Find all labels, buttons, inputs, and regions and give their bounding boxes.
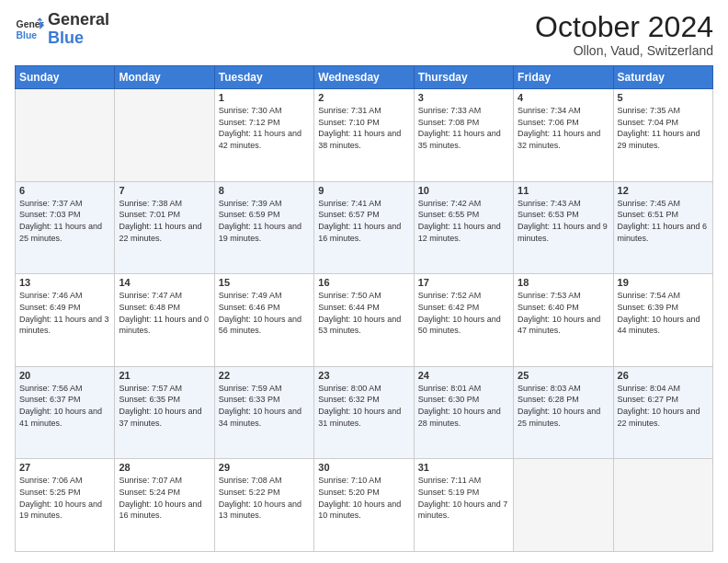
calendar-cell: 11Sunrise: 7:43 AMSunset: 6:53 PMDayligh… xyxy=(514,181,613,274)
calendar-cell: 16Sunrise: 7:50 AMSunset: 6:44 PMDayligh… xyxy=(314,274,414,367)
day-info: Sunrise: 7:11 AMSunset: 5:19 PMDaylight:… xyxy=(418,475,509,521)
calendar-cell: 24Sunrise: 8:01 AMSunset: 6:30 PMDayligh… xyxy=(414,366,513,459)
day-number: 16 xyxy=(318,277,409,288)
day-info: Sunrise: 8:01 AMSunset: 6:30 PMDaylight:… xyxy=(418,383,509,429)
day-number: 1 xyxy=(219,92,310,103)
day-header-wednesday: Wednesday xyxy=(314,66,414,89)
calendar-cell: 3Sunrise: 7:33 AMSunset: 7:08 PMDaylight… xyxy=(414,89,513,182)
day-info: Sunrise: 7:30 AMSunset: 7:12 PMDaylight:… xyxy=(219,105,310,151)
day-info: Sunrise: 7:45 AMSunset: 6:51 PMDaylight:… xyxy=(618,198,709,244)
calendar-cell: 5Sunrise: 7:35 AMSunset: 7:04 PMDaylight… xyxy=(613,89,712,182)
day-info: Sunrise: 7:54 AMSunset: 6:39 PMDaylight:… xyxy=(618,290,709,336)
calendar-cell: 10Sunrise: 7:42 AMSunset: 6:55 PMDayligh… xyxy=(414,181,513,274)
day-header-monday: Monday xyxy=(115,66,214,89)
calendar-cell xyxy=(514,459,613,552)
logo-icon: General Blue xyxy=(15,15,44,44)
day-number: 12 xyxy=(618,185,709,196)
day-number: 20 xyxy=(19,370,110,381)
logo-text: General Blue xyxy=(48,11,109,48)
day-number: 25 xyxy=(518,370,609,381)
day-number: 28 xyxy=(119,462,210,473)
day-info: Sunrise: 7:33 AMSunset: 7:08 PMDaylight:… xyxy=(418,105,509,151)
calendar-cell: 23Sunrise: 8:00 AMSunset: 6:32 PMDayligh… xyxy=(314,366,414,459)
day-info: Sunrise: 7:50 AMSunset: 6:44 PMDaylight:… xyxy=(318,290,409,336)
calendar-cell: 2Sunrise: 7:31 AMSunset: 7:10 PMDaylight… xyxy=(314,89,414,182)
calendar-cell: 19Sunrise: 7:54 AMSunset: 6:39 PMDayligh… xyxy=(613,274,712,367)
day-info: Sunrise: 7:35 AMSunset: 7:04 PMDaylight:… xyxy=(618,105,709,151)
calendar-cell: 25Sunrise: 8:03 AMSunset: 6:28 PMDayligh… xyxy=(514,366,613,459)
day-header-friday: Friday xyxy=(514,66,613,89)
day-info: Sunrise: 8:04 AMSunset: 6:27 PMDaylight:… xyxy=(618,383,709,429)
calendar-cell: 9Sunrise: 7:41 AMSunset: 6:57 PMDaylight… xyxy=(314,181,414,274)
day-info: Sunrise: 7:10 AMSunset: 5:20 PMDaylight:… xyxy=(318,475,409,521)
day-number: 7 xyxy=(119,185,210,196)
day-header-saturday: Saturday xyxy=(613,66,712,89)
day-info: Sunrise: 7:59 AMSunset: 6:33 PMDaylight:… xyxy=(219,383,310,429)
location: Ollon, Vaud, Switzerland xyxy=(535,43,713,58)
day-header-sunday: Sunday xyxy=(16,66,115,89)
day-info: Sunrise: 7:53 AMSunset: 6:40 PMDaylight:… xyxy=(518,290,609,336)
calendar-cell: 21Sunrise: 7:57 AMSunset: 6:35 PMDayligh… xyxy=(115,366,214,459)
calendar-cell: 18Sunrise: 7:53 AMSunset: 6:40 PMDayligh… xyxy=(514,274,613,367)
day-number: 22 xyxy=(219,370,310,381)
day-number: 6 xyxy=(19,185,110,196)
calendar-cell xyxy=(115,89,214,182)
calendar-cell: 26Sunrise: 8:04 AMSunset: 6:27 PMDayligh… xyxy=(613,366,712,459)
month-title: October 2024 xyxy=(535,11,713,43)
page-header: General Blue General Blue October 2024 O… xyxy=(15,11,713,58)
calendar-cell: 13Sunrise: 7:46 AMSunset: 6:49 PMDayligh… xyxy=(16,274,115,367)
week-row-5: 27Sunrise: 7:06 AMSunset: 5:25 PMDayligh… xyxy=(16,459,713,552)
day-info: Sunrise: 7:38 AMSunset: 7:01 PMDaylight:… xyxy=(119,198,210,244)
day-info: Sunrise: 7:49 AMSunset: 6:46 PMDaylight:… xyxy=(219,290,310,336)
calendar-cell: 15Sunrise: 7:49 AMSunset: 6:46 PMDayligh… xyxy=(214,274,313,367)
week-row-3: 13Sunrise: 7:46 AMSunset: 6:49 PMDayligh… xyxy=(16,274,713,367)
day-info: Sunrise: 7:06 AMSunset: 5:25 PMDaylight:… xyxy=(19,475,110,521)
day-info: Sunrise: 8:03 AMSunset: 6:28 PMDaylight:… xyxy=(518,383,609,429)
calendar-cell: 12Sunrise: 7:45 AMSunset: 6:51 PMDayligh… xyxy=(613,181,712,274)
header-row: SundayMondayTuesdayWednesdayThursdayFrid… xyxy=(16,66,713,89)
calendar-cell: 1Sunrise: 7:30 AMSunset: 7:12 PMDaylight… xyxy=(214,89,313,182)
calendar-cell xyxy=(16,89,115,182)
day-number: 17 xyxy=(418,277,509,288)
calendar-cell: 4Sunrise: 7:34 AMSunset: 7:06 PMDaylight… xyxy=(514,89,613,182)
day-number: 9 xyxy=(318,185,409,196)
day-number: 5 xyxy=(618,92,709,103)
day-number: 30 xyxy=(318,462,409,473)
day-number: 14 xyxy=(119,277,210,288)
calendar-cell: 27Sunrise: 7:06 AMSunset: 5:25 PMDayligh… xyxy=(16,459,115,552)
day-number: 31 xyxy=(418,462,509,473)
day-info: Sunrise: 7:57 AMSunset: 6:35 PMDaylight:… xyxy=(119,383,210,429)
calendar-cell: 29Sunrise: 7:08 AMSunset: 5:22 PMDayligh… xyxy=(214,459,313,552)
day-info: Sunrise: 7:41 AMSunset: 6:57 PMDaylight:… xyxy=(318,198,409,244)
title-block: October 2024 Ollon, Vaud, Switzerland xyxy=(535,11,713,58)
day-info: Sunrise: 7:46 AMSunset: 6:49 PMDaylight:… xyxy=(19,290,110,336)
day-number: 26 xyxy=(618,370,709,381)
day-number: 21 xyxy=(119,370,210,381)
day-info: Sunrise: 7:39 AMSunset: 6:59 PMDaylight:… xyxy=(219,198,310,244)
day-number: 10 xyxy=(418,185,509,196)
calendar-cell: 17Sunrise: 7:52 AMSunset: 6:42 PMDayligh… xyxy=(414,274,513,367)
day-info: Sunrise: 7:52 AMSunset: 6:42 PMDaylight:… xyxy=(418,290,509,336)
day-header-thursday: Thursday xyxy=(414,66,513,89)
calendar-cell xyxy=(613,459,712,552)
calendar-cell: 20Sunrise: 7:56 AMSunset: 6:37 PMDayligh… xyxy=(16,366,115,459)
svg-text:Blue: Blue xyxy=(17,29,38,40)
day-number: 3 xyxy=(418,92,509,103)
day-info: Sunrise: 7:07 AMSunset: 5:24 PMDaylight:… xyxy=(119,475,210,521)
calendar-cell: 8Sunrise: 7:39 AMSunset: 6:59 PMDaylight… xyxy=(214,181,313,274)
calendar-cell: 31Sunrise: 7:11 AMSunset: 5:19 PMDayligh… xyxy=(414,459,513,552)
calendar-cell: 28Sunrise: 7:07 AMSunset: 5:24 PMDayligh… xyxy=(115,459,214,552)
week-row-2: 6Sunrise: 7:37 AMSunset: 7:03 PMDaylight… xyxy=(16,181,713,274)
day-number: 13 xyxy=(19,277,110,288)
week-row-1: 1Sunrise: 7:30 AMSunset: 7:12 PMDaylight… xyxy=(16,89,713,182)
day-number: 18 xyxy=(518,277,609,288)
day-number: 23 xyxy=(318,370,409,381)
calendar-cell: 30Sunrise: 7:10 AMSunset: 5:20 PMDayligh… xyxy=(314,459,414,552)
week-row-4: 20Sunrise: 7:56 AMSunset: 6:37 PMDayligh… xyxy=(16,366,713,459)
day-number: 8 xyxy=(219,185,310,196)
day-number: 29 xyxy=(219,462,310,473)
day-info: Sunrise: 7:34 AMSunset: 7:06 PMDaylight:… xyxy=(518,105,609,151)
calendar-cell: 7Sunrise: 7:38 AMSunset: 7:01 PMDaylight… xyxy=(115,181,214,274)
day-info: Sunrise: 7:47 AMSunset: 6:48 PMDaylight:… xyxy=(119,290,210,336)
day-number: 19 xyxy=(618,277,709,288)
